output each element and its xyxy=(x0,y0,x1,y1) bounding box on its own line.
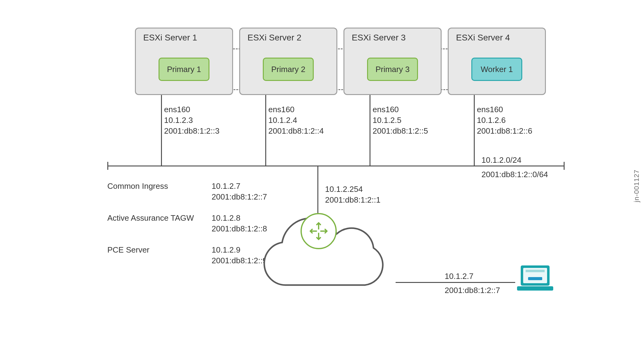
esxi-server-2: ESXi Server 2 Primary 2 xyxy=(239,28,337,95)
vm-primary-1-label: Primary 1 xyxy=(167,65,201,74)
vm-primary-2: Primary 2 xyxy=(263,58,314,81)
vip-1-label: Common Ingress xyxy=(107,181,168,192)
subnet-ipv4: 10.1.2.0/24 xyxy=(481,155,521,166)
server-2-addrs: ens160 10.1.2.4 2001:db8:1:2::4 xyxy=(268,104,324,136)
server-4-ipv6: 2001:db8:1:2::6 xyxy=(477,126,532,135)
esxi-server-4: ESXi Server 4 Worker 1 xyxy=(448,28,546,95)
vip-1-ipv6: 2001:db8:1:2::7 xyxy=(212,192,267,201)
bus-tick-right xyxy=(564,162,565,170)
server-2-iface: ens160 xyxy=(268,105,294,114)
esxi-3-title: ESXi Server 3 xyxy=(352,33,406,43)
esxi-1-title: ESXi Server 1 xyxy=(143,33,197,43)
vip-3-label: PCE Server xyxy=(107,245,149,255)
server-3-ipv4: 10.1.2.5 xyxy=(373,116,401,125)
router-icon xyxy=(301,213,337,249)
server-1-iface: ens160 xyxy=(164,105,190,114)
vip-1-addrs: 10.1.2.7 2001:db8:1:2::7 xyxy=(212,181,267,202)
esxi-server-3: ESXi Server 3 Primary 3 xyxy=(343,28,442,95)
esxi-2-title: ESXi Server 2 xyxy=(247,33,301,43)
gateway-addrs: 10.1.2.254 2001:db8:1:2::1 xyxy=(325,184,381,205)
svg-rect-6 xyxy=(526,270,545,272)
server-2-ipv4: 10.1.2.4 xyxy=(268,116,297,125)
esxi-server-1: ESXi Server 1 Primary 1 xyxy=(135,28,233,95)
link-cloud-client xyxy=(396,282,515,283)
link-vm4-bus xyxy=(474,95,475,166)
link-vm2-bus xyxy=(265,95,266,166)
vip-3-ipv4: 10.1.2.9 xyxy=(212,245,240,254)
subnet-ipv6: 2001:db8:1:2::0/64 xyxy=(481,169,548,180)
svg-rect-7 xyxy=(528,277,542,280)
esxi-4-title: ESXi Server 4 xyxy=(456,33,510,43)
vip-1-ipv4: 10.1.2.7 xyxy=(212,181,240,191)
gateway-ipv6: 2001:db8:1:2::1 xyxy=(325,195,381,204)
server-4-iface: ens160 xyxy=(477,105,503,114)
link-vm1-bus xyxy=(161,95,162,166)
server-4-addrs: ens160 10.1.2.6 2001:db8:1:2::6 xyxy=(477,104,532,136)
server-3-ipv6: 2001:db8:1:2::5 xyxy=(373,126,428,135)
vip-2-ipv4: 10.1.2.8 xyxy=(212,213,240,223)
vm-primary-3: Primary 3 xyxy=(367,58,418,81)
gateway-ipv4: 10.1.2.254 xyxy=(325,185,363,194)
server-1-addrs: ens160 10.1.2.3 2001:db8:1:2::3 xyxy=(164,104,220,136)
server-2-ipv6: 2001:db8:1:2::4 xyxy=(268,126,324,135)
vm-worker-1: Worker 1 xyxy=(471,58,522,81)
reference-id: jn-001127 xyxy=(633,170,641,202)
vm-primary-1: Primary 1 xyxy=(159,58,209,81)
server-3-addrs: ens160 10.1.2.5 2001:db8:1:2::5 xyxy=(373,104,428,136)
link-bus-router xyxy=(317,166,318,215)
bus-tick-left xyxy=(107,162,108,170)
link-vm3-bus xyxy=(370,95,370,166)
diagram-root: ESXi Server 1 Primary 1 ESXi Server 2 Pr… xyxy=(0,0,644,339)
server-4-ipv4: 10.1.2.6 xyxy=(477,116,506,125)
svg-rect-8 xyxy=(517,286,553,291)
server-1-ipv4: 10.1.2.3 xyxy=(164,116,193,125)
vm-worker-1-label: Worker 1 xyxy=(481,65,513,74)
server-1-ipv6: 2001:db8:1:2::3 xyxy=(164,126,220,135)
client-ipv4: 10.1.2.7 xyxy=(445,271,473,282)
vm-primary-2-label: Primary 2 xyxy=(271,65,305,74)
client-ipv6: 2001:db8:1:2::7 xyxy=(445,285,500,296)
vm-primary-3-label: Primary 3 xyxy=(375,65,409,74)
vip-2-label: Active Assurance TAGW xyxy=(107,213,194,223)
client-laptop-icon xyxy=(515,264,555,297)
subnet-bus xyxy=(107,166,564,166)
server-3-iface: ens160 xyxy=(373,105,399,114)
